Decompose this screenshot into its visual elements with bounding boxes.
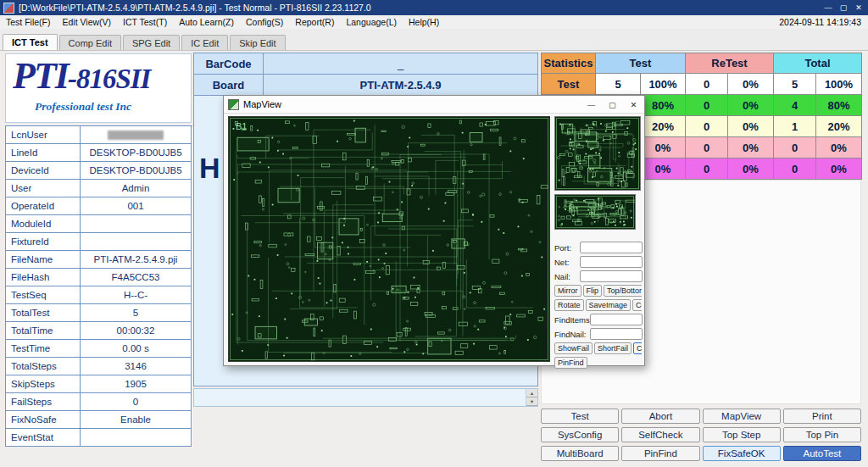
close-icon[interactable]: ✕ (851, 2, 866, 14)
scroll-up-icon[interactable]: ▲ (526, 389, 537, 398)
brand-suffix: -816SII (68, 64, 151, 94)
rotate-button[interactable]: Rotate (554, 299, 584, 311)
multiboard-button[interactable]: MultiBoard (541, 446, 619, 461)
menu-language-l[interactable]: Language(L) (340, 15, 403, 29)
minimize-icon[interactable]: — (821, 2, 836, 14)
board-row: Board PTI-ATM-2.5.4.9 (194, 75, 537, 96)
color-button[interactable]: Color (632, 299, 642, 311)
print-button[interactable]: Print (783, 409, 861, 424)
board-id-label: B1 (236, 121, 247, 131)
showfail-button[interactable]: ShowFail (554, 342, 593, 354)
info-value-filename: PTI-ATM-2.5.4.9.pji (81, 251, 192, 269)
stats-row-3-cell-2: 0 (686, 137, 728, 158)
titlebar: [D:\WorkFile\PTI-ATM-2.5.4.9\PTI-ATM-2.5… (0, 0, 868, 15)
pcb-thumbnail-bottom[interactable] (554, 194, 636, 230)
info-value-totaltime: 00:00:32 (81, 322, 192, 340)
tab-ict-test[interactable]: ICT Test (3, 34, 58, 50)
selfcheck-button[interactable]: SelfCheck (621, 427, 699, 442)
info-label-testseq: TestSeq (6, 286, 81, 304)
menu-items: Test File(F)Edit View(V)ICT Test(T)Auto … (0, 15, 445, 29)
action-button-grid: TestAbortMapViewPrintSysConfigSelfCheckT… (541, 409, 861, 461)
mapview-button[interactable]: MapView (703, 409, 781, 424)
mapview-button-row-1: MirrorFlipTop/Bottom (554, 285, 642, 297)
mapview-maximize-icon[interactable]: ▢ (602, 96, 623, 113)
info-value-filehash: F4A5CC53 (81, 269, 192, 286)
stats-row-1-cell-4: 4 (774, 95, 816, 116)
autotest-button[interactable]: AutoTest (783, 446, 861, 461)
top-step-button[interactable]: Top Step (703, 427, 781, 442)
info-table: LcnUserLineIdDESKTOP-BD0UJB5DeviceIdDESK… (5, 125, 192, 447)
top-pin-button[interactable]: Top Pin (783, 427, 861, 442)
stats-row-3-cell-5: 0% (816, 137, 862, 158)
stats-row-4-cell-5: 0% (816, 158, 862, 180)
tab-skip-edit[interactable]: Skip Edit (230, 35, 285, 50)
stats-row-0-label: Test (542, 74, 596, 95)
barcode-label: BarCode (194, 53, 264, 74)
mapview-fail-button-row: ShowFailShortFailClear (554, 342, 642, 354)
message-scrollbar[interactable]: ▲ ▼ (526, 389, 537, 406)
saveimage-button[interactable]: SaveImage (586, 299, 632, 311)
info-label-skipsteps: SkipSteps (6, 375, 81, 393)
menu-edit-view-v[interactable]: Edit View(V) (57, 15, 118, 29)
message-strip: ▲ ▼ (193, 388, 538, 407)
stats-row-3-cell-1: 0% (641, 137, 686, 158)
port-input[interactable] (580, 242, 643, 253)
find-nail-row: FindNail: (554, 328, 643, 340)
menu-report-r[interactable]: Report(R) (289, 15, 340, 29)
fixsafeok-button[interactable]: FixSafeOK (703, 446, 781, 461)
pcb-map[interactable] (229, 117, 549, 361)
info-label-totalsteps: TotalSteps (6, 358, 81, 375)
scroll-down-icon[interactable]: ▼ (526, 398, 537, 406)
stats-row-0-cell-4: 5 (774, 74, 816, 95)
pcb-map-canvas[interactable]: B1 (228, 116, 550, 362)
info-value-testseq: H--C- (81, 286, 192, 304)
mapview-close-icon[interactable]: ✕ (623, 96, 644, 113)
pinfind-button[interactable]: PinFind (621, 446, 699, 461)
stats-row-2-cell-3: 0% (728, 116, 774, 137)
stats-header-test: Test (596, 53, 686, 74)
barcode-row: BarCode _ (194, 53, 537, 75)
info-value-totaltest: 5 (81, 304, 192, 322)
sysconfig-button[interactable]: SysConfig (541, 427, 619, 442)
nail-input[interactable] (580, 270, 643, 282)
net-row: Net: (554, 256, 643, 268)
mapview-titlebar[interactable]: MapView — ▢ ✕ (224, 96, 644, 114)
stats-row-3-cell-3: 0% (728, 137, 774, 158)
shortfail-button[interactable]: ShortFail (594, 342, 632, 354)
info-label-lineid: LineId (6, 144, 81, 162)
abort-button[interactable]: Abort (621, 409, 699, 424)
menu-help-h[interactable]: Help(H) (403, 15, 445, 29)
flip-button[interactable]: Flip (583, 285, 603, 297)
mapview-minimize-icon[interactable]: — (581, 96, 602, 113)
tab-comp-edit[interactable]: Comp Edit (59, 35, 121, 50)
barcode-input[interactable]: _ (264, 53, 537, 74)
top-bottom-button[interactable]: Top/Bottom (604, 285, 642, 297)
mapview-title: MapView (243, 99, 281, 109)
maximize-icon[interactable]: ▢ (836, 2, 851, 14)
pcb-thumbnail-top[interactable] (554, 116, 641, 191)
mapview-side-panel: Port:Net:Nail: MirrorFlipTop/Bottom Rota… (554, 116, 643, 364)
menu-config-s[interactable]: Config(S) (240, 15, 289, 29)
nail-row: Nail: (554, 270, 643, 282)
pinfind-row: PinFind (554, 357, 642, 369)
info-label-totaltime: TotalTime (6, 322, 81, 340)
datetime: 2024-09-11 14:19:43 (779, 17, 868, 27)
menu-auto-learn-z[interactable]: Auto Learn(Z) (173, 15, 240, 29)
stats-row-0-cell-2: 0 (686, 74, 728, 95)
stats-row-2-cell-5: 20% (816, 116, 862, 137)
menubar: Test File(F)Edit View(V)ICT Test(T)Auto … (0, 15, 868, 30)
net-input[interactable] (580, 256, 643, 268)
clear-button[interactable]: Clear (633, 342, 642, 354)
find-nail-input[interactable] (590, 328, 643, 340)
find-items-input[interactable] (590, 314, 643, 325)
info-label-totaltest: TotalTest (6, 304, 81, 322)
pinfind-mapview-button[interactable]: PinFind (554, 357, 587, 369)
menu-test-file-f[interactable]: Test File(F) (0, 15, 57, 29)
port-label: Port: (554, 243, 580, 253)
menu-ict-test-t[interactable]: ICT Test(T) (117, 15, 173, 29)
test-button[interactable]: Test (541, 409, 619, 424)
stats-row-4-cell-1: 0% (641, 158, 686, 180)
mirror-button[interactable]: Mirror (554, 285, 581, 297)
tab-ic-edit[interactable]: IC Edit (181, 35, 228, 50)
tab-spg-edit[interactable]: SPG Edit (123, 35, 180, 50)
